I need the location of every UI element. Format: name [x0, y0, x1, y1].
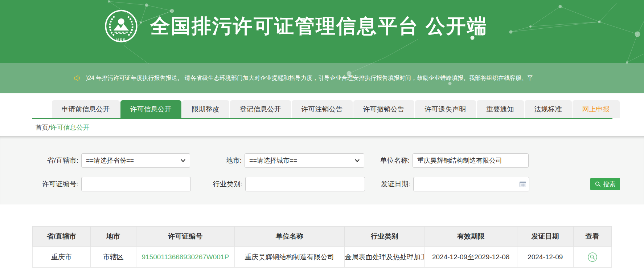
province-select-value: ==请选择省份== [86, 156, 134, 165]
cell-city: 市辖区 [90, 247, 136, 268]
cell-issue-date: 2024-12-09 [517, 247, 573, 268]
city-select[interactable]: ==请选择城市== [245, 153, 364, 168]
site-title: 全国排污许可证管理信息平台 公开端 [150, 13, 488, 40]
company-name-input[interactable] [413, 153, 529, 168]
industry-label: 行业类别: [204, 179, 242, 189]
col-header-province: 省/直辖市 [33, 227, 91, 247]
province-label: 省/直辖市: [38, 156, 78, 165]
results-table: 省/直辖市 地市 许可证编号 单位名称 行业类别 有效期限 发证日期 查看 重庆… [32, 226, 612, 268]
main-nav: 申请前信息公开 许可信息公开 限期整改 登记信息公开 许可注销公告 许可撤销公告… [32, 100, 612, 118]
cell-view [573, 247, 611, 268]
tab-list: 申请前信息公开 许可信息公开 限期整改 登记信息公开 许可注销公告 许可撤销公告… [32, 100, 612, 118]
header-band: MEE 全国排污许可证管理信息平台 公开端 [0, 0, 644, 63]
table-row: 重庆市 市辖区 91500113668930267W001P 重庆昊辉钢结构制造… [33, 247, 612, 268]
nav-underline [32, 118, 612, 119]
announcement-text: )24 年排污许可证年度执行报告报送。 请各省级生态环境部门加大对企业提醒和指导… [86, 74, 533, 82]
logo-text: MEE [116, 38, 126, 41]
brand: MEE 全国排污许可证管理信息平台 公开端 [104, 9, 488, 43]
search-row-1: 省/直辖市: ==请选择省份== 地市: ==请选择城市== 单位名称: [0, 153, 644, 168]
search-button[interactable]: 搜索 [590, 178, 620, 190]
announcement-bar: )24 年排污许可证年度执行报告报送。 请各省级生态环境部门加大对企业提醒和指导… [0, 63, 644, 93]
search-row-2: 许可证编号: 行业类别: 发证日期: 搜索 [0, 177, 644, 191]
cell-company: 重庆昊辉钢结构制造有限公司 [234, 247, 344, 268]
results-section: 省/直辖市 地市 许可证编号 单位名称 行业类别 有效期限 发证日期 查看 重庆… [32, 226, 612, 268]
view-details-button[interactable] [587, 252, 598, 262]
industry-input[interactable] [245, 177, 365, 191]
cell-industry: 金属表面处理及热处理加工 [345, 247, 424, 268]
province-select[interactable]: ==请选择省份== [81, 153, 190, 168]
search-panel: 省/直辖市: ==请选择省份== 地市: ==请选择城市== 单位名称: 许可证… [0, 136, 644, 204]
chevron-down-icon [355, 159, 360, 162]
tab-loss-statement[interactable]: 许可遗失声明 [415, 100, 476, 118]
issue-date-input[interactable] [413, 177, 529, 191]
city-label: 地市: [203, 156, 242, 165]
speaker-icon [74, 74, 82, 82]
company-name-label: 单位名称: [377, 156, 410, 165]
magnifier-view-icon [587, 252, 598, 262]
mee-logo-icon: MEE [104, 9, 138, 43]
tab-revocation-notice[interactable]: 许可撤销公告 [353, 100, 414, 118]
col-header-view: 查看 [573, 227, 611, 247]
tab-registration-info[interactable]: 登记信息公开 [230, 100, 291, 118]
site-header: MEE 全国排污许可证管理信息平台 公开端 )24 年排污许可证年度执行报告报送… [0, 0, 644, 93]
calendar-icon[interactable] [519, 181, 526, 187]
search-icon [595, 181, 601, 187]
cell-permit-no-link[interactable]: 91500113668930267W001P [136, 247, 234, 268]
tab-permit-info[interactable]: 许可信息公开 [120, 100, 181, 118]
col-header-issue-date: 发证日期 [517, 227, 573, 247]
col-header-permit-no: 许可证编号 [136, 227, 234, 247]
permit-number-input[interactable] [81, 177, 191, 191]
tab-pre-application-info[interactable]: 申请前信息公开 [52, 100, 120, 118]
breadcrumb-current: 许可信息公开 [50, 123, 90, 132]
tab-cancellation-notice[interactable]: 许可注销公告 [292, 100, 353, 118]
city-select-value: ==请选择城市== [249, 156, 297, 165]
breadcrumb-home-link[interactable]: 首页 [36, 123, 49, 132]
issue-date-field [413, 177, 529, 191]
search-button-label: 搜索 [603, 180, 616, 188]
tab-online-application[interactable]: 网上申报 [573, 100, 620, 118]
issue-date-label: 发证日期: [378, 179, 410, 189]
table-header-row: 省/直辖市 地市 许可证编号 单位名称 行业类别 有效期限 发证日期 查看 [33, 227, 612, 247]
tab-important-notice[interactable]: 重要通知 [477, 100, 524, 118]
chevron-down-icon [181, 159, 185, 162]
cell-validity: 2024-12-09至2029-12-08 [424, 247, 517, 268]
breadcrumb: 首页 / 许可信息公开 [32, 122, 612, 133]
tab-rectification[interactable]: 限期整改 [182, 100, 229, 118]
page: MEE 全国排污许可证管理信息平台 公开端 )24 年排污许可证年度执行报告报送… [0, 0, 644, 280]
col-header-industry: 行业类别 [345, 227, 424, 247]
permit-number-label: 许可证编号: [38, 179, 78, 189]
cell-province: 重庆市 [33, 247, 91, 268]
col-header-city: 地市 [90, 227, 136, 247]
col-header-company: 单位名称 [234, 227, 344, 247]
col-header-validity: 有效期限 [424, 227, 517, 247]
tab-regulations[interactable]: 法规标准 [525, 100, 572, 118]
